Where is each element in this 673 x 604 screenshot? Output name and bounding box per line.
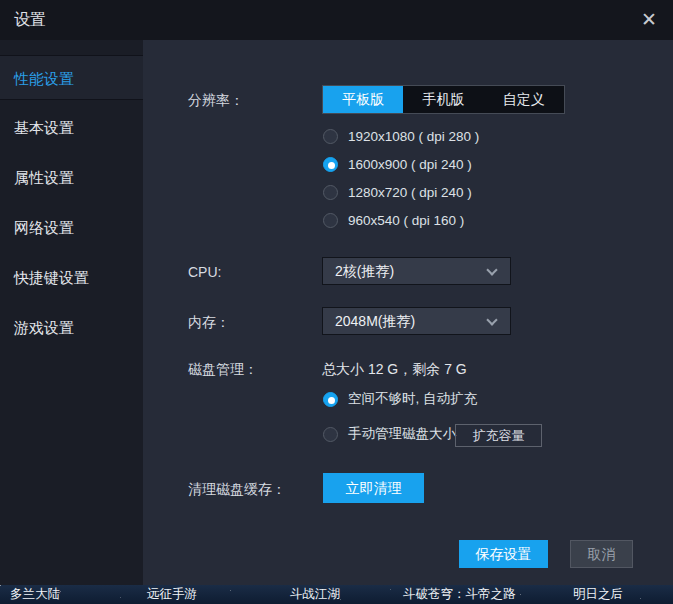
disk-summary: 总大小 12 G，剩余 7 G <box>322 361 467 379</box>
close-icon[interactable]: ✕ <box>637 0 661 40</box>
sidebar-item-basic[interactable]: 基本设置 <box>0 105 143 150</box>
resolution-label: 分辨率： <box>188 92 244 110</box>
radio-icon[interactable] <box>323 185 338 200</box>
tab-phone[interactable]: 手机版 <box>403 86 483 113</box>
resolution-option-1280x720[interactable]: 1280x720 ( dpi 240 ) <box>323 182 472 202</box>
titlebar: 设置 ✕ <box>0 0 673 40</box>
cpu-dropdown-value: 2核(推荐) <box>335 263 394 279</box>
tab-tablet[interactable]: 平板版 <box>323 86 403 113</box>
radio-selected-icon[interactable] <box>323 157 338 172</box>
cancel-button[interactable]: 取消 <box>570 540 633 568</box>
cpu-dropdown[interactable]: 2核(推荐) <box>322 257 511 285</box>
sidebar-item-property[interactable]: 属性设置 <box>0 155 143 200</box>
cache-label: 清理磁盘缓存： <box>188 481 286 499</box>
radio-label: 1600x900 ( dpi 240 ) <box>348 157 472 172</box>
launcher-game-bar: 多兰大陆 远征手游 斗战江湖 斗破苍穹：斗帝之路 明日之后 <box>0 585 673 604</box>
radio-selected-icon[interactable] <box>323 392 338 407</box>
save-settings-button[interactable]: 保存设置 <box>459 540 548 568</box>
tab-custom[interactable]: 自定义 <box>484 86 564 113</box>
main-panel: 分辨率： 平板版 手机版 自定义 1920x1080 ( dpi 280 ) 1… <box>143 40 673 585</box>
resolution-option-1600x900[interactable]: 1600x900 ( dpi 240 ) <box>323 154 472 174</box>
disk-option-manual[interactable]: 手动管理磁盘大小 <box>323 424 456 444</box>
sidebar-item-performance[interactable]: 性能设置 <box>0 55 143 100</box>
game-item-doupo[interactable]: 斗破苍穹：斗帝之路 <box>403 585 516 604</box>
radio-label: 1280x720 ( dpi 240 ) <box>348 185 472 200</box>
radio-label: 空间不够时, 自动扩充 <box>348 390 477 408</box>
sidebar-item-game[interactable]: 游戏设置 <box>0 305 143 350</box>
game-item-douzhan[interactable]: 斗战江湖 <box>290 585 340 604</box>
memory-label: 内存： <box>188 314 230 332</box>
expand-capacity-button[interactable]: 扩充容量 <box>455 424 542 447</box>
memory-dropdown[interactable]: 2048M(推荐) <box>322 307 511 335</box>
sidebar: 性能设置 基本设置 属性设置 网络设置 快捷键设置 游戏设置 <box>0 40 143 585</box>
radio-label: 手动管理磁盘大小 <box>348 425 456 443</box>
clean-now-button[interactable]: 立即清理 <box>323 473 424 503</box>
disk-option-auto-expand[interactable]: 空间不够时, 自动扩充 <box>323 389 477 409</box>
sidebar-item-hotkey[interactable]: 快捷键设置 <box>0 255 143 300</box>
game-item-duolan[interactable]: 多兰大陆 <box>10 585 60 604</box>
settings-window: 设置 ✕ 性能设置 基本设置 属性设置 网络设置 快捷键设置 游戏设置 分辨率：… <box>0 0 673 604</box>
chevron-down-icon <box>486 264 497 275</box>
radio-label: 960x540 ( dpi 160 ) <box>348 213 464 228</box>
game-item-yuanzheng[interactable]: 远征手游 <box>147 585 197 604</box>
disk-label: 磁盘管理： <box>188 361 258 379</box>
radio-icon[interactable] <box>323 213 338 228</box>
radio-label: 1920x1080 ( dpi 280 ) <box>348 129 479 144</box>
game-item-mingri[interactable]: 明日之后 <box>573 585 623 604</box>
resolution-tabs: 平板版 手机版 自定义 <box>322 85 565 114</box>
radio-icon[interactable] <box>323 129 338 144</box>
resolution-option-960x540[interactable]: 960x540 ( dpi 160 ) <box>323 210 464 230</box>
chevron-down-icon <box>486 314 497 325</box>
memory-dropdown-value: 2048M(推荐) <box>335 313 415 329</box>
cpu-label: CPU: <box>188 264 221 280</box>
resolution-option-1920x1080[interactable]: 1920x1080 ( dpi 280 ) <box>323 126 479 146</box>
radio-icon[interactable] <box>323 427 338 442</box>
sidebar-item-network[interactable]: 网络设置 <box>0 205 143 250</box>
page-title: 设置 <box>14 0 46 40</box>
